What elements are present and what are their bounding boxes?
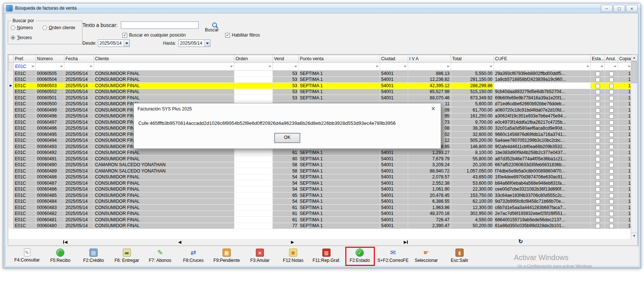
- cell-ciudad[interactable]: 54001: [380, 174, 408, 180]
- cell-punto[interactable]: SEPTIMA 1: [299, 89, 380, 95]
- cell-cufe[interactable]: [494, 83, 591, 89]
- filter-cell-vend[interactable]: [273, 63, 299, 71]
- cell-fecha[interactable]: 2025/05/14: [64, 137, 94, 144]
- cell-iva[interactable]: 42,395.12: [408, 83, 451, 89]
- cell-iva[interactable]: 1,293.27: [408, 150, 451, 156]
- cell-fecha[interactable]: 2025/05/14: [64, 180, 94, 187]
- column-header-iva[interactable]: I V A: [408, 55, 451, 63]
- table-row[interactable]: E01C000604812025/05/14CONSUMIDOR FINAL61…: [9, 217, 632, 223]
- esta-checkbox[interactable]: [596, 133, 600, 137]
- cell-pref[interactable]: E01C: [14, 137, 36, 144]
- cell-orden[interactable]: [234, 76, 273, 83]
- column-header-total[interactable]: Total: [451, 55, 494, 63]
- cell-iva[interactable]: 6,386.55: [408, 198, 451, 205]
- filter-cell-punto[interactable]: [299, 63, 380, 71]
- cell-punto[interactable]: SEPTIMA 1: [299, 168, 380, 174]
- cell-vend[interactable]: 53: [273, 71, 299, 77]
- cell-fecha[interactable]: 2025/05/14: [64, 150, 94, 156]
- filter-dropdown-icon[interactable]: [614, 66, 617, 67]
- vertical-scrollbar[interactable]: ▲ ▼: [631, 55, 637, 239]
- table-row[interactable]: E01C000604852025/05/14CONSUMIDOR FINAL65…: [9, 192, 632, 199]
- cell-cufe[interactable]: a060720c18c91bd4fda07e2d10fd...: [494, 107, 591, 113]
- anul-checkbox[interactable]: [609, 206, 614, 210]
- cell-cliente[interactable]: CONSUMIDOR FINAL: [94, 83, 234, 89]
- cell-pref[interactable]: E01C: [14, 192, 36, 199]
- cell-total[interactable]: 288,299.86: [451, 83, 494, 89]
- cell-iva[interactable]: 3,209.24: [408, 162, 451, 168]
- cell-orden[interactable]: [234, 192, 273, 199]
- table-row[interactable]: E01C000604892025/05/14CAMARON SALCEDO YO…: [9, 168, 632, 174]
- filter-dropdown-icon[interactable]: [294, 66, 297, 67]
- cell-ciudad[interactable]: 54001: [380, 150, 408, 156]
- cell-fecha[interactable]: 2025/05/14: [64, 186, 94, 192]
- anul-checkbox[interactable]: [609, 145, 614, 149]
- esta-checkbox[interactable]: [596, 163, 600, 167]
- esta-checkbox[interactable]: [596, 187, 600, 192]
- anul-checkbox[interactable]: [609, 224, 614, 228]
- table-row[interactable]: E01C000604922025/05/14CONSUMIDOR FINAL61…: [9, 150, 632, 156]
- cell-fecha[interactable]: 2025/05/14: [64, 174, 94, 180]
- column-header-esta[interactable]: Esta...: [591, 55, 605, 63]
- table-row[interactable]: ▶E01C000605032025/05/14CONSUMIDOR FINAL5…: [9, 83, 632, 89]
- esta-checkbox[interactable]: [596, 126, 600, 131]
- anul-checkbox[interactable]: [609, 151, 614, 155]
- cell-fecha[interactable]: 2025/05/14: [64, 144, 94, 150]
- cell-fecha[interactable]: 2025/05/14: [64, 76, 94, 83]
- anul-checkbox[interactable]: [609, 187, 614, 192]
- cell-total[interactable]: 32,600.00: [451, 131, 494, 138]
- cell-numero[interactable]: 00060499: [36, 107, 64, 113]
- filter-cell-iva[interactable]: [408, 63, 451, 71]
- cell-punto[interactable]: SEPTIMA 1: [299, 211, 380, 217]
- cell-numero[interactable]: 00060505: [36, 71, 64, 77]
- cell-total[interactable]: 146,800.00: [451, 144, 494, 150]
- cell-pref[interactable]: E01C: [14, 83, 36, 89]
- filter-dropdown-icon[interactable]: [489, 66, 492, 67]
- toolbar-button-seleccionar[interactable]: ☛Seleccionar: [410, 247, 443, 266]
- cell-copias[interactable]: 1: [618, 71, 632, 77]
- cell-pref[interactable]: E01C: [14, 71, 36, 77]
- toolbar-button-repgraf[interactable]: ▥F11:Rep.Graf.: [310, 247, 343, 266]
- cell-punto[interactable]: SEPTIMA 1: [299, 180, 380, 187]
- table-row[interactable]: E01C000604862025/05/14CONSUMIDOR FINAL54…: [9, 186, 632, 192]
- cell-ciudad[interactable]: 54001: [380, 192, 408, 199]
- cell-cufe[interactable]: e0c4973f14ddfa1fba26217c4725b...: [494, 119, 591, 126]
- filter-dropdown-icon[interactable]: [628, 66, 631, 67]
- esta-checkbox[interactable]: [596, 199, 600, 204]
- cell-fecha[interactable]: 2025/05/14: [64, 125, 94, 131]
- anul-checkbox[interactable]: [609, 114, 614, 119]
- cell-iva[interactable]: 88,940.72: [408, 168, 451, 174]
- cell-orden[interactable]: [234, 186, 273, 192]
- cell-total[interactable]: 161,250.00: [451, 113, 494, 119]
- radio-orden-cliente[interactable]: Orden cliente: [43, 25, 75, 30]
- column-header-anul[interactable]: Anul.: [605, 55, 618, 63]
- cell-punto[interactable]: SEPTIMA 1: [299, 71, 380, 77]
- cell-orden[interactable]: [234, 168, 273, 174]
- filter-cell-fecha[interactable]: [64, 63, 94, 71]
- cell-total[interactable]: 4,550.00: [451, 217, 494, 223]
- cell-numero[interactable]: 00060488: [36, 174, 64, 180]
- cell-total[interactable]: 5,550.00: [451, 71, 494, 77]
- cell-ciudad[interactable]: 54001: [380, 168, 408, 174]
- cell-cufe[interactable]: 61e86d350c035b99d328de2b101...: [494, 223, 591, 229]
- cell-iva[interactable]: 12,236.82: [408, 76, 451, 83]
- cell-total[interactable]: 673,349.92: [451, 95, 494, 101]
- cell-fecha[interactable]: 2025/05/14: [64, 223, 94, 229]
- cell-cliente[interactable]: CONSUMIDOR FINAL: [94, 156, 234, 162]
- close-icon[interactable]: ×: [431, 105, 435, 112]
- cell-pref[interactable]: E01C: [14, 198, 36, 205]
- cell-vend[interactable]: 77: [273, 223, 299, 229]
- anul-checkbox[interactable]: [609, 169, 614, 174]
- cell-vend[interactable]: 60: [273, 156, 299, 162]
- cell-ciudad[interactable]: 54001: [380, 205, 408, 211]
- scroll-down-icon[interactable]: ▼: [631, 233, 637, 239]
- toolbar-button-salir[interactable]: ▮Esc:Salir: [443, 247, 476, 266]
- filter-dropdown-icon[interactable]: [600, 66, 603, 67]
- column-header-copias[interactable]: Copias: [618, 55, 632, 63]
- cell-cufe[interactable]: 1be383d90f9d4b258b2c377e0437...: [494, 150, 591, 156]
- cell-punto[interactable]: SEPTIMA 1: [299, 83, 380, 89]
- cell-cliente[interactable]: CONSUMIDOR FINAL: [94, 174, 234, 180]
- cell-orden[interactable]: [234, 95, 273, 101]
- cell-ciudad[interactable]: 54001: [380, 156, 408, 162]
- cell-numero[interactable]: 00060493: [36, 144, 64, 150]
- cell-numero[interactable]: 00060485: [36, 192, 64, 199]
